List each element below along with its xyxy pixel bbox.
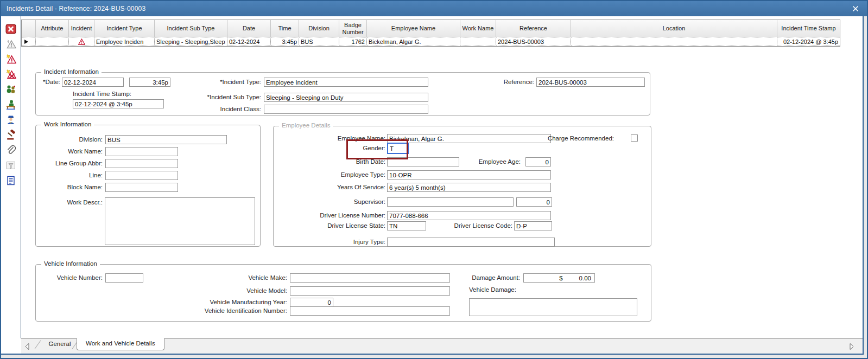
supervisor-count-field[interactable]: 0	[516, 197, 552, 207]
employee-type-field[interactable]: 10-OPR	[387, 170, 551, 180]
tab-scroll-right-button[interactable]	[848, 342, 855, 350]
damage-amount-field[interactable]: $ 0.00	[523, 273, 595, 283]
cell-incident-sub-type[interactable]: Sleeping - Sleeping,Sleep	[155, 37, 227, 46]
date-field[interactable]: 02-12-2024	[62, 78, 124, 87]
incident-class-label: Incident Class:	[188, 106, 261, 112]
incident-type-field[interactable]: Employee Incident	[264, 78, 428, 87]
block-name-field[interactable]	[105, 183, 178, 192]
employee-record-button[interactable]	[4, 99, 17, 110]
client-area: Attribute Incident Incident Type Inciden…	[1, 16, 864, 355]
vehicle-number-field[interactable]	[105, 273, 143, 283]
work-information-legend: Work Information	[41, 121, 94, 127]
division-label: Division:	[36, 136, 103, 143]
notes-button[interactable]	[4, 175, 17, 186]
tab-work-and-vehicle-details[interactable]: Work and Vehicle Details	[77, 338, 164, 350]
employee-at-desk-icon	[5, 99, 16, 110]
cell-division[interactable]: BUS	[299, 37, 339, 46]
close-button[interactable]	[851, 4, 860, 14]
officer-button[interactable]	[4, 114, 17, 125]
work-descr-textarea[interactable]	[105, 197, 255, 245]
work-name-label: Work Name:	[36, 148, 103, 155]
red-x-icon	[5, 24, 16, 34]
cell-location[interactable]	[571, 37, 777, 46]
driver-license-number-label: Driver License Number:	[279, 212, 385, 219]
incident-time-stamp-field[interactable]: 02-12-2024 @ 3:45p	[73, 99, 164, 108]
incident-time-field[interactable]: 3:45p	[129, 78, 170, 87]
column-header-attribute[interactable]: Attribute	[36, 20, 69, 37]
column-header-incident-type[interactable]: Incident Type	[94, 20, 155, 37]
column-header-time[interactable]: Time	[271, 20, 299, 37]
cell-reference[interactable]: 2024-BUS-00003	[496, 37, 571, 46]
column-header-employee-name[interactable]: Employee Name	[367, 20, 460, 37]
incidents-grid: Attribute Incident Incident Type Inciden…	[21, 20, 840, 47]
titlebar: Incidents Detail - Reference: 2024-BUS-0…	[1, 1, 867, 16]
vehicle-information-group: Vehicle Information Vehicle Number: Vehi…	[35, 264, 651, 322]
tab-divider	[35, 340, 41, 349]
window-title: Incidents Detail - Reference: 2024-BUS-0…	[7, 5, 145, 12]
cell-attribute[interactable]	[36, 37, 69, 46]
charge-recommended-checkbox[interactable]	[631, 134, 638, 142]
cell-incident-time-stamp[interactable]: 02-12-2024 @ 3:45p	[777, 37, 840, 46]
vehicle-make-field[interactable]	[290, 273, 450, 283]
years-of-service-label: Years Of Service:	[279, 184, 385, 190]
left-toolbar	[1, 16, 21, 338]
cell-incident-type[interactable]: Employee Inciden	[94, 37, 155, 46]
cell-employee-name[interactable]: Bickelman, Algar G.	[367, 37, 460, 46]
driver-license-number-field[interactable]: 7077-088-666	[387, 211, 551, 220]
vehicle-year-label: Vehicle Manufacturing Year:	[182, 299, 287, 305]
row-selector-cell[interactable]	[22, 37, 36, 46]
cell-date[interactable]: 02-12-2024	[227, 37, 271, 46]
date-label: *Date:	[36, 79, 60, 85]
delete-record-button[interactable]	[4, 23, 17, 34]
persons-button[interactable]	[4, 84, 17, 95]
column-header-incident-sub-type[interactable]: Incident Sub Type	[155, 20, 227, 37]
vehicle-make-label: Vehicle Make:	[215, 274, 287, 281]
currency-symbol: $	[559, 274, 562, 282]
police-officer-icon	[5, 114, 16, 125]
column-header-selector[interactable]	[22, 20, 36, 37]
incident-class-field[interactable]	[264, 105, 428, 114]
damage-amount-value: 0.00	[579, 274, 591, 282]
vehicle-damage-textarea[interactable]	[469, 298, 637, 316]
vin-field[interactable]	[290, 306, 450, 316]
driver-license-code-field[interactable]: D-P	[514, 221, 552, 230]
tab-scroll-left-button[interactable]	[24, 342, 30, 350]
attachments-button[interactable]	[4, 145, 17, 156]
employee-age-field[interactable]: 0	[525, 157, 551, 166]
line-field[interactable]	[105, 171, 178, 180]
warning-remove-icon	[5, 69, 16, 80]
line-group-abbr-field[interactable]	[105, 159, 178, 168]
column-header-location[interactable]: Location	[571, 20, 777, 37]
work-descr-label: Work Descr.:	[36, 199, 103, 206]
injury-type-field[interactable]	[387, 238, 555, 247]
remove-incident-button[interactable]	[4, 69, 17, 80]
cell-work-name[interactable]	[460, 37, 496, 46]
work-name-field[interactable]	[105, 147, 178, 156]
new-incident-button[interactable]	[4, 54, 17, 65]
cell-incident[interactable]	[69, 37, 94, 46]
vehicle-year-field[interactable]: 0	[290, 298, 333, 307]
line-group-abbr-label: Line Group Abbr:	[36, 160, 103, 166]
legal-button[interactable]	[4, 130, 17, 140]
years-of-service-field[interactable]: 6 year(s) 5 month(s)	[387, 183, 551, 192]
column-header-badge-number[interactable]: Badge Number	[339, 20, 367, 37]
driver-license-state-field[interactable]: TN	[387, 221, 426, 230]
division-field[interactable]: BUS	[105, 135, 227, 144]
column-header-incident[interactable]: Incident	[69, 20, 94, 37]
tab-strip: General Work and Vehicle Details	[21, 338, 863, 354]
tab-general[interactable]: General	[43, 341, 77, 347]
grid-data-row[interactable]: Employee Inciden Sleeping - Sleeping,Sle…	[22, 37, 840, 46]
cell-badge-number[interactable]: 1762	[339, 37, 367, 46]
filter-disabled-button	[4, 160, 17, 171]
gender-field[interactable]: T	[387, 143, 409, 154]
column-header-date[interactable]: Date	[227, 20, 271, 37]
column-header-incident-time-stamp[interactable]: Incident Time Stamp	[777, 20, 840, 37]
column-header-work-name[interactable]: Work Name	[460, 20, 496, 37]
reference-field[interactable]: 2024-BUS-00003	[536, 78, 645, 87]
incident-sub-type-field[interactable]: Sleeping - Sleeping on Duty	[264, 93, 428, 102]
column-header-division[interactable]: Division	[299, 20, 339, 37]
column-header-reference[interactable]: Reference	[496, 20, 571, 37]
supervisor-field[interactable]	[387, 197, 514, 207]
cell-time[interactable]: 3:45p	[271, 37, 299, 46]
vehicle-model-field[interactable]	[290, 286, 450, 296]
